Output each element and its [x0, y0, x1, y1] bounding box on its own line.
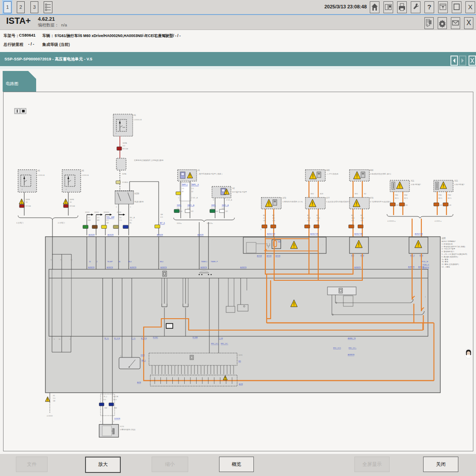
svg-text:3. ?/车/4-F/?装置: 3. ?/车/4-F/?装置	[442, 248, 455, 250]
svg-text:4: 4	[22, 189, 22, 190]
svg-text:1.5: 1.5	[177, 207, 179, 209]
svg-text:P_CL: P_CL	[131, 338, 136, 339]
svg-text:PB2: PB2	[448, 194, 451, 196]
svg-text:1: 1	[100, 421, 101, 423]
svg-text:B7_A: B7_A	[160, 222, 165, 224]
svg-text:2: 2	[97, 261, 97, 263]
svg-text:X70: X70	[370, 197, 374, 199]
svg-text:A4302*4B: A4302*4B	[415, 233, 423, 235]
svg-text:BL: BL	[130, 222, 132, 224]
svg-text:1.5: 1.5	[182, 187, 184, 190]
svg-text:30L_A: 30L_A	[130, 216, 135, 219]
svg-text:PB1: PB1	[439, 194, 442, 196]
svg-text:1: 1	[425, 296, 426, 298]
svg-text:0.5: 0.5	[106, 219, 109, 221]
svg-text:J-XXX1-B: J-XXX1-B	[134, 119, 142, 121]
svg-text:电源分配器: 电源分配器	[134, 201, 144, 203]
svg-text:4: 4	[115, 133, 116, 134]
svg-text:1.5: 1.5	[187, 207, 190, 209]
svg-text:--/--PTC加热器: --/--PTC加热器	[326, 173, 338, 175]
svg-text:SW: SW	[179, 210, 182, 212]
svg-text:B91: B91	[355, 193, 358, 195]
svg-text:9: 9	[60, 259, 61, 261]
svg-text:A90: A90	[370, 169, 374, 171]
svg-text:X21: X21	[454, 180, 458, 182]
svg-text:M6_L: M6_L	[141, 359, 146, 361]
svg-text:30FA: 30FA	[123, 142, 127, 144]
svg-text:10: 10	[71, 259, 72, 261]
svg-text:0.5: 0.5	[160, 216, 163, 218]
svg-text:RT/GE: RT/GE	[123, 148, 128, 150]
svg-text:16.0: 16.0	[316, 217, 320, 219]
svg-text:12. -/-蓄电: 12. -/-蓄电	[442, 266, 450, 268]
svg-text:ML4: ML4	[128, 261, 131, 263]
svg-text:A250B: A250B	[267, 255, 271, 257]
svg-text:A4302B: A4302B	[108, 234, 114, 236]
svg-text:11. 蓄电 (正负接线柱): 11. 蓄电 (正负接线柱)	[442, 263, 459, 265]
svg-text:30FB: 30FB	[70, 198, 74, 201]
svg-text:A4302*2B: A4302*2B	[310, 233, 318, 235]
svg-text:X77: X77	[326, 197, 330, 199]
svg-text:B2.5: B2.5	[439, 197, 443, 199]
svg-text:1.0: 1.0	[53, 398, 55, 399]
svg-text:A4302*1B: A4302*1B	[267, 233, 275, 235]
svg-text:4-XXXX.a: 4-XXXX.a	[387, 220, 396, 222]
svg-text:A70: A70	[283, 197, 286, 199]
svg-text:OR: OR	[396, 204, 398, 206]
svg-text:B2: B2	[361, 214, 363, 216]
svg-text:A4NNTB: A4NNTB	[88, 267, 95, 268]
svg-text:A4302B: A4302B	[157, 234, 163, 236]
svg-text:2: 2	[113, 421, 114, 423]
svg-text:4-左前门: 4-左前门	[16, 222, 23, 224]
svg-text:3MFL_A: 3MFL_A	[222, 204, 229, 206]
svg-text:A4NNTB: A4NNTB	[354, 267, 361, 268]
svg-text:X1: X1	[53, 395, 55, 397]
svg-text:30FB: 30FB	[26, 198, 30, 201]
svg-text:A250B: A250B	[275, 255, 280, 257]
svg-text:B2: B2	[272, 214, 275, 216]
svg-text:MX: MX	[238, 361, 241, 362]
svg-text:4-蓄电池接地 (车身): 4-蓄电池接地 (车身)	[120, 428, 136, 431]
svg-text:3MFL1: 3MFL1	[182, 184, 188, 186]
svg-text:4.0: 4.0	[123, 145, 125, 147]
svg-text:SW: SW	[114, 407, 117, 409]
svg-text:A5: A5	[82, 170, 84, 172]
svg-text:A2: A2	[232, 187, 235, 190]
svg-text:TZ1_16P: TZ1_16P	[106, 216, 115, 219]
svg-text:GE: GE	[106, 222, 109, 224]
svg-text:M_PLN: M_PLN	[141, 338, 147, 339]
svg-text:ML4: ML4	[160, 261, 163, 263]
svg-text:B28: B28	[320, 193, 324, 195]
svg-text:TNNFL-P: TNNFL-P	[211, 261, 218, 263]
svg-text:GE: GE	[53, 400, 56, 402]
svg-text:B2: B2	[351, 214, 354, 216]
svg-text:A4302B: A4302B	[89, 234, 95, 236]
svg-text:7b. 蓄电: 7b. 蓄电	[442, 260, 448, 263]
svg-text:1: 1	[130, 206, 131, 208]
svg-text:50: 50	[119, 216, 122, 219]
svg-text:X474: X474	[238, 354, 242, 356]
svg-text:X474: X474	[141, 354, 145, 356]
svg-text:2.5: 2.5	[119, 219, 122, 221]
svg-text:16.0: 16.0	[307, 217, 311, 219]
svg-text:PB1: PB1	[395, 194, 398, 196]
svg-text:42: 42	[182, 190, 184, 193]
svg-text:31_L: 31_L	[104, 396, 107, 398]
svg-text:A250B: A250B	[257, 255, 262, 257]
svg-text:6.0: 6.0	[104, 399, 106, 401]
svg-text:9: 9	[54, 338, 55, 340]
svg-text:X11: X11	[411, 180, 414, 182]
svg-text:4-电动制冷剂压缩机 (A/C): 4-电动制冷剂压缩机 (A/C)	[370, 173, 391, 175]
svg-text:A1: A1	[197, 169, 200, 171]
svg-text:8: 8	[51, 259, 52, 261]
svg-text:ESC_DC+: ESC_DC+	[211, 343, 219, 345]
svg-text:8: 8	[49, 338, 50, 340]
svg-text:J-XXX-B: J-XXX-B	[37, 174, 45, 176]
svg-text:1: 1	[178, 197, 179, 199]
svg-text:B2.5: B2.5	[395, 197, 399, 199]
svg-text:B2: B2	[263, 214, 266, 216]
svg-text:4-XXXX: 4-XXXX	[47, 415, 53, 417]
svg-text:RT: RT	[191, 210, 194, 212]
svg-text:2: 2	[116, 206, 117, 208]
svg-text:4-XXX.a: 4-XXX.a	[435, 220, 442, 222]
